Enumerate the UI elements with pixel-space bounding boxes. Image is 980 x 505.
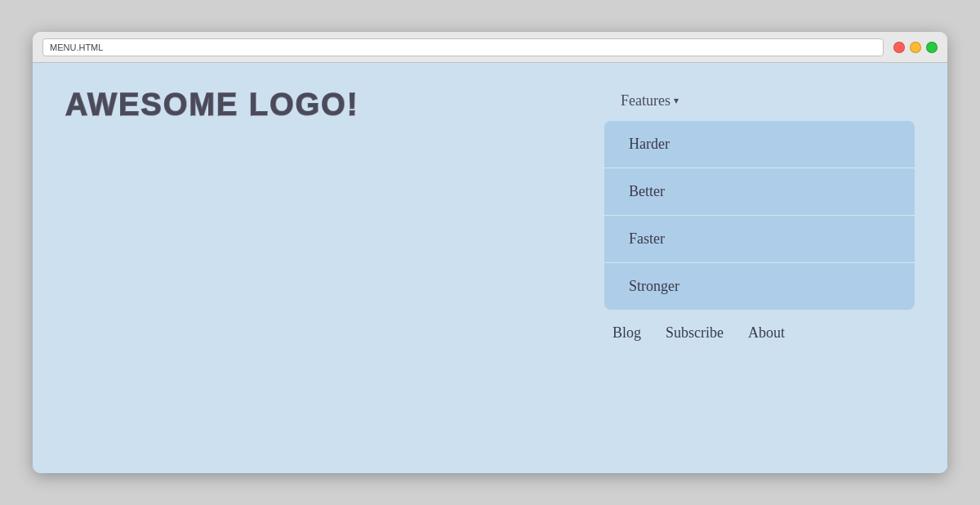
navbar: AWESOME LOGO! Features ▾ Harder Bett (33, 63, 947, 358)
browser-buttons (893, 42, 938, 53)
bottom-nav: Blog Subscribe About (604, 310, 793, 342)
dropdown-item-better[interactable]: Better (604, 168, 915, 216)
nav-link-subscribe[interactable]: Subscribe (666, 324, 724, 342)
nav-top-links: Features ▾ (604, 87, 695, 114)
page-content: AWESOME LOGO! Features ▾ Harder Bett (33, 63, 947, 473)
address-bar[interactable]: MENU.HTML (42, 38, 884, 56)
features-label: Features (621, 92, 670, 109)
dropdown-item-harder[interactable]: Harder (604, 121, 915, 168)
address-text: MENU.HTML (50, 42, 103, 52)
dropdown-item-stronger[interactable]: Stronger (604, 263, 915, 310)
minimize-button[interactable] (910, 42, 921, 53)
logo: AWESOME LOGO! (65, 87, 359, 123)
features-dropdown-button[interactable]: Features ▾ (612, 87, 687, 114)
dropdown-item-faster[interactable]: Faster (604, 216, 915, 263)
nav-right: Features ▾ Harder Better Faster (604, 87, 915, 342)
browser-window: MENU.HTML AWESOME LOGO! Features ▾ (33, 32, 947, 473)
chevron-down-icon: ▾ (674, 95, 679, 107)
nav-link-blog[interactable]: Blog (612, 324, 641, 342)
browser-chrome: MENU.HTML (33, 32, 947, 63)
close-button[interactable] (893, 42, 905, 53)
maximize-button[interactable] (926, 42, 938, 53)
nav-link-about[interactable]: About (748, 324, 785, 342)
features-dropdown-menu: Harder Better Faster Stronger (604, 121, 915, 310)
